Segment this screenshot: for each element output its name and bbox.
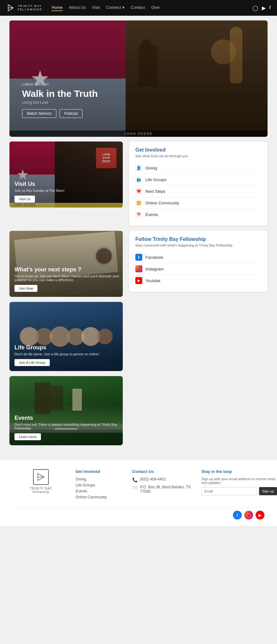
nav-youtube-icon[interactable]: ▶ (262, 5, 266, 11)
footer-online-community-link[interactable]: Online Community (76, 495, 126, 499)
facebook-follow-item[interactable]: f Facebook (135, 252, 261, 263)
join-life-group-button[interactable]: Join A Life Group (14, 359, 50, 366)
facebook-icon: f (135, 254, 142, 261)
nav-logo[interactable]: TRINITY BAY fellowship (6, 3, 42, 12)
events-label: Events (145, 212, 158, 217)
hero-section: ★ Latest Sermon Walk in the Truth Living… (9, 20, 268, 137)
visit-row: ★ LONESTARBEER Visit Us Join us this Sun… (9, 142, 268, 226)
footer-get-involved-heading: Get Involved (76, 469, 126, 474)
learn-more-button[interactable]: Learn more (14, 433, 41, 440)
footer-newsletter-heading: Stay in the loop (201, 469, 277, 474)
follow-list: f Facebook ◯ Instagram ▶ Youtube (135, 252, 261, 286)
footer-get-involved: Get Involved Giving Life Groups Events O… (76, 469, 126, 501)
visit-card: ★ LONESTARBEER Visit Us Join us this Sun… (9, 142, 123, 208)
lifegroups-desc: Don't do life alone. Join a life group i… (14, 352, 99, 356)
footer-facebook-icon[interactable]: f (233, 511, 242, 519)
nav-connect[interactable]: Connect ▾ (106, 5, 125, 11)
online-community-item[interactable]: 📶 Online Community (135, 197, 261, 209)
events-card: Events Don't miss out! There is always s… (9, 376, 123, 445)
footer-contact: Contact Us 📞 (832) 409-4451 ✉️ P.O. Box … (132, 469, 195, 501)
youtube-label: Youtube (145, 278, 160, 283)
podcast-button[interactable]: Podcast (59, 109, 82, 118)
nav-visit[interactable]: Visit (92, 5, 99, 11)
life-groups-label: Life Groups (145, 177, 167, 182)
get-involved-card: Get Involved See what God can do through… (129, 142, 268, 226)
giving-item[interactable]: 👤 Giving (135, 162, 261, 174)
nextsteps-desc: Get to know us! Join our Next Steps clas… (14, 274, 123, 282)
lifegroups-row: Life Groups Don't do life alone. Join a … (9, 302, 268, 371)
get-involved-subtitle: See what God can do through you (135, 154, 261, 158)
footer-giving-link[interactable]: Giving (76, 477, 126, 481)
next-steps-item[interactable]: ❤️ Next Steps (135, 186, 261, 197)
logo-line1: TRINITY BAY (18, 4, 42, 8)
phone-icon: 📞 (132, 477, 138, 482)
online-community-label: Online Community (145, 201, 179, 205)
footer-bottom: f ◯ ▶ (13, 507, 264, 519)
footer-address-text: P.O. Box 38, Mont Belvieu, TX 77580 (140, 485, 195, 494)
giving-label: Giving (145, 166, 157, 170)
footer-youtube-icon[interactable]: ▶ (256, 511, 264, 519)
instagram-icon: ◯ (135, 265, 142, 272)
join-now-button[interactable]: Join Now (14, 285, 37, 292)
next-steps-icon: ❤️ (135, 188, 142, 195)
visit-content: Visit Us Join us this Sunday at The Barn… (14, 181, 65, 203)
visit-title: Visit Us (14, 181, 65, 187)
hero-label: Latest Sermon (22, 82, 98, 86)
life-groups-icon: 👥 (135, 176, 142, 183)
giving-icon: 👤 (135, 164, 142, 171)
events-desc: Don't miss out! There is always somethin… (14, 423, 123, 430)
nav-instagram-icon[interactable]: ◯ (252, 5, 258, 11)
footer-grid: TRINITY BAY fellowship Get Involved Givi… (13, 469, 264, 501)
envelope-icon: ✉️ (132, 485, 138, 490)
nav-contact[interactable]: Contact (131, 5, 145, 11)
youtube-follow-item[interactable]: ▶ Youtube (135, 275, 261, 286)
get-involved-title: Get Involved (135, 147, 261, 153)
visit-bottom-bar: JOHN DEERE (9, 203, 123, 208)
events-item[interactable]: 📅 Events (135, 209, 261, 220)
nextsteps-card: What's your next steps ? Get to know us!… (9, 231, 123, 297)
footer-logo-line2: fellowship (32, 490, 49, 494)
get-involved-list: 👤 Giving 👥 Life Groups ❤️ Next Steps 📶 O… (135, 162, 261, 220)
instagram-follow-item[interactable]: ◯ Instagram (135, 263, 261, 275)
footer-newsletter-desc: Sign up with your email address to recei… (201, 477, 277, 485)
nextsteps-row: What's your next steps ? Get to know us!… (9, 231, 268, 297)
nextsteps-content: What's your next steps ? Get to know us!… (14, 266, 123, 292)
footer-address: ✉️ P.O. Box 38, Mont Belvieu, TX 77580 (132, 485, 195, 494)
follow-title: Follow Trinity Bay Fellowship (135, 236, 261, 242)
lifegroups-title: Life Groups (14, 344, 99, 351)
nav-facebook-icon[interactable]: f (269, 5, 271, 11)
events-icon: 📅 (135, 211, 142, 218)
email-signup-row: Sign up (201, 487, 277, 495)
footer-phone: 📞 (832) 409-4451 (132, 477, 195, 482)
lifegroups-content: Life Groups Don't do life alone. Join a … (14, 344, 99, 366)
next-steps-label: Next Steps (145, 189, 166, 194)
nav-give[interactable]: Give (151, 5, 160, 11)
visit-button[interactable]: Visit Us (14, 196, 35, 203)
footer-instagram-icon[interactable]: ◯ (244, 511, 253, 519)
follow-subtitle: Stay connected with what's happening at … (135, 243, 261, 247)
logo-line2: fellowship (18, 8, 42, 11)
email-input[interactable] (201, 487, 257, 495)
youtube-icon: ▶ (135, 277, 142, 284)
nextsteps-title: What's your next steps ? (14, 266, 123, 273)
footer-logo-text: TRINITY BAY fellowship (30, 487, 52, 494)
events-content: Events Don't miss out! There is always s… (14, 415, 123, 440)
hero-content: Latest Sermon Walk in the Truth Living O… (22, 82, 98, 118)
footer-logo-image (33, 469, 49, 485)
main-content: ★ LONESTARBEER Visit Us Join us this Sun… (0, 142, 277, 457)
follow-card: Follow Trinity Bay Fellowship Stay conne… (129, 231, 268, 292)
life-groups-item[interactable]: 👥 Life Groups (135, 174, 261, 186)
footer: TRINITY BAY fellowship Get Involved Givi… (0, 460, 277, 526)
footer-life-groups-link[interactable]: Life Groups (76, 483, 126, 487)
nav-links: Home About Us Visit Connect ▾ Contact Gi… (52, 5, 252, 11)
visit-desc: Join us this Sunday at The Barn! (14, 189, 65, 192)
footer-contact-heading: Contact Us (132, 469, 195, 474)
nav-about[interactable]: About Us (69, 5, 86, 11)
online-community-icon: 📶 (135, 199, 142, 206)
hero-title: Walk in the Truth (22, 88, 98, 99)
footer-events-link[interactable]: Events (76, 489, 126, 493)
signup-button[interactable]: Sign up (259, 487, 277, 495)
instagram-label: Instagram (145, 267, 164, 271)
watch-sermon-button[interactable]: Watch Sermon (22, 109, 56, 118)
nav-home[interactable]: Home (52, 5, 63, 11)
